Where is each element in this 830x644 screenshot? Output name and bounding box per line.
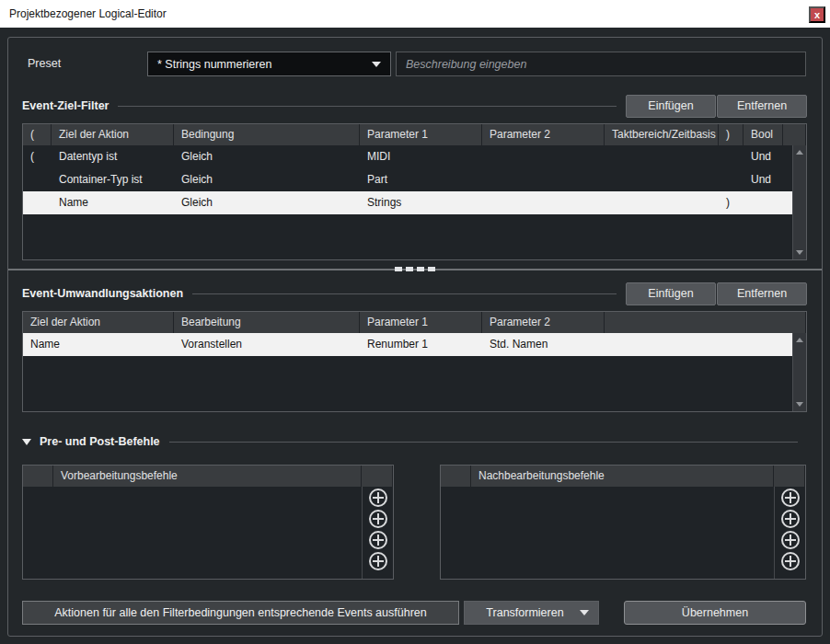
function-value: Transformieren	[486, 606, 563, 619]
cell-close: )	[719, 191, 744, 214]
cell-bool: Und	[744, 168, 783, 191]
action-table-body: Name Voranstellen Renumber 1 Std. Namen	[23, 333, 792, 356]
col-bool: Bool	[744, 124, 783, 145]
col-operation: Bearbeitung	[174, 312, 360, 333]
action-section-title: Event-Umwandlungsaktionen	[22, 287, 183, 300]
action-section-header: Event-Umwandlungsaktionen Einfügen Entfe…	[22, 282, 807, 305]
cell-target: Name	[23, 333, 174, 356]
cell-target: Datentyp ist	[52, 145, 174, 168]
cell-timebase	[605, 191, 719, 214]
add-command-icon[interactable]	[369, 531, 387, 549]
cell-condition: Gleich	[174, 191, 360, 214]
scroll-down-icon[interactable]	[796, 402, 803, 407]
cell-timebase	[605, 168, 719, 191]
col-timebase: Taktbereich/Zeitbasis	[605, 124, 719, 145]
col-param2: Parameter 2	[482, 124, 605, 145]
col-stub	[774, 466, 805, 487]
filter-remove-button[interactable]: Entfernen	[717, 95, 807, 118]
col-param1: Parameter 1	[360, 312, 482, 333]
cell-bool: Und	[744, 145, 783, 168]
function-dropdown[interactable]: Transformieren	[464, 601, 599, 625]
add-command-icon[interactable]	[369, 552, 387, 570]
pre-commands-list: Vorbearbeitungsbefehle	[22, 465, 394, 580]
scroll-up-icon[interactable]	[796, 338, 803, 342]
apply-button[interactable]: Übernehmen	[624, 601, 806, 625]
divider	[192, 293, 617, 294]
table-row[interactable]: Container-Typ ist Gleich Part Und	[23, 168, 792, 191]
divider	[118, 106, 617, 107]
logical-editor-dialog: Projektbezogener Logical-Editor x Preset…	[0, 0, 830, 644]
vertical-scrollbar[interactable]	[792, 145, 806, 259]
action-insert-button[interactable]: Einfügen	[626, 282, 716, 305]
table-row[interactable]: ( Datentyp ist Gleich MIDI Und	[23, 145, 792, 168]
dialog-body: Preset * Strings nummerieren Event-Ziel-…	[0, 28, 830, 644]
scroll-up-icon[interactable]	[796, 150, 803, 155]
cell-timebase	[605, 145, 719, 168]
post-commands-list: Nachbearbeitungsbefehle	[440, 465, 806, 580]
col-target: Ziel der Aktion	[52, 124, 174, 145]
description-input[interactable]	[396, 52, 806, 76]
action-remove-button[interactable]: Entfernen	[717, 282, 807, 305]
cell-target: Name	[52, 191, 174, 214]
action-table-header: Ziel der Aktion Bearbeitung Parameter 1 …	[23, 312, 806, 333]
col-close-paren: )	[719, 124, 744, 145]
add-command-icon[interactable]	[781, 531, 800, 549]
cell-open	[23, 191, 52, 214]
cell-param1: Strings	[360, 191, 482, 214]
pre-add-column	[362, 487, 393, 579]
filter-table: ( Ziel der Aktion Bedingung Parameter 1 …	[22, 123, 807, 260]
filter-insert-button[interactable]: Einfügen	[626, 95, 716, 118]
filter-section-title: Event-Ziel-Filter	[22, 99, 109, 112]
col-open-paren: (	[23, 124, 52, 145]
add-command-icon[interactable]	[369, 489, 387, 507]
filter-section-header: Event-Ziel-Filter Einfügen Entfernen	[22, 94, 807, 118]
cell-open	[23, 168, 52, 191]
divider	[169, 442, 798, 443]
cell-bool	[744, 191, 783, 214]
titlebar: Projektbezogener Logical-Editor	[0, 0, 830, 28]
table-row-selected[interactable]: Name Gleich Strings )	[23, 191, 792, 214]
post-add-column	[774, 487, 805, 579]
scroll-down-icon[interactable]	[796, 250, 803, 255]
cell-open: (	[23, 145, 52, 168]
col-param1: Parameter 1	[360, 124, 482, 145]
filter-table-body: ( Datentyp ist Gleich MIDI Und Container…	[23, 145, 792, 214]
cell-condition: Gleich	[174, 168, 360, 191]
splitter-grip-icon	[395, 267, 435, 271]
cell-param2: Std. Namen	[482, 333, 605, 356]
execute-button[interactable]: Aktionen für alle den Filterbedingungen …	[22, 601, 459, 625]
chevron-down-icon	[580, 610, 589, 615]
cell-param2	[482, 191, 605, 214]
vertical-scrollbar[interactable]	[792, 333, 806, 411]
col-stub	[362, 466, 393, 487]
post-commands-title: Nachbearbeitungsbefehle	[471, 466, 774, 487]
add-command-icon[interactable]	[369, 510, 387, 528]
preset-dropdown[interactable]: * Strings nummerieren	[147, 52, 391, 76]
add-command-icon[interactable]	[781, 489, 800, 507]
pre-commands-title: Vorbearbeitungsbefehle	[53, 466, 362, 487]
cell-target: Container-Typ ist	[52, 168, 174, 191]
cell-param1: MIDI	[360, 145, 482, 168]
splitter-handle[interactable]	[8, 266, 822, 273]
filter-table-header: ( Ziel der Aktion Bedingung Parameter 1 …	[23, 124, 806, 145]
preset-value: * Strings nummerieren	[157, 58, 271, 71]
add-command-icon[interactable]	[781, 510, 800, 528]
close-icon: x	[814, 10, 820, 20]
cell-operation: Voranstellen	[174, 333, 360, 356]
cell-param2	[482, 145, 605, 168]
col-stub	[605, 312, 806, 333]
col-target: Ziel der Aktion	[23, 312, 174, 333]
post-commands-header: Nachbearbeitungsbefehle	[441, 466, 805, 487]
cell-close	[719, 168, 744, 191]
col-stub	[441, 466, 471, 487]
action-table: Ziel der Aktion Bearbeitung Parameter 1 …	[22, 311, 807, 412]
cell-param1: Part	[360, 168, 482, 191]
add-command-icon[interactable]	[781, 552, 800, 570]
commands-section-title: Pre- und Post-Befehle	[40, 435, 160, 448]
table-row-selected[interactable]: Name Voranstellen Renumber 1 Std. Namen	[23, 333, 792, 356]
col-param2: Parameter 2	[482, 312, 605, 333]
col-stub	[783, 124, 806, 145]
collapse-triangle-icon[interactable]	[22, 439, 31, 445]
close-button[interactable]: x	[809, 6, 825, 23]
chevron-down-icon	[372, 62, 381, 67]
